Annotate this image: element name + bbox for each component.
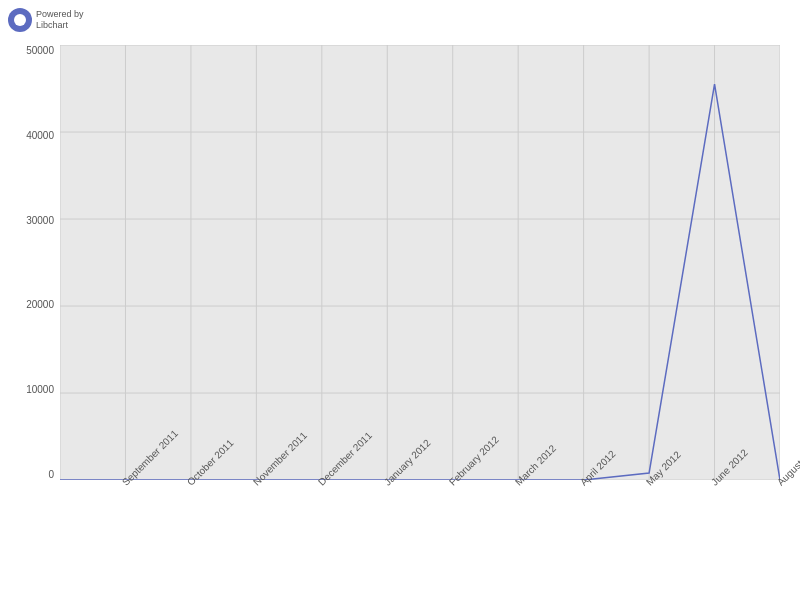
svg-rect-0 (60, 45, 780, 480)
chart-title (0, 0, 800, 16)
y-label: 50000 (26, 45, 54, 56)
powered-by-label: Powered byLibchart (8, 8, 84, 32)
y-label: 30000 (26, 215, 54, 226)
libchart-logo-icon (8, 8, 32, 32)
powered-by-text: Powered byLibchart (36, 9, 84, 31)
y-label: 40000 (26, 130, 54, 141)
chart-area (60, 45, 780, 480)
y-label: 20000 (26, 299, 54, 310)
y-axis-labels: 50000400003000020000100000 (0, 45, 60, 480)
x-axis-labels: September 2011October 2011November 2011D… (60, 480, 780, 590)
chart-svg (60, 45, 780, 480)
y-label: 10000 (26, 384, 54, 395)
y-label: 0 (48, 469, 54, 480)
chart-container: Powered byLibchart 500004000030000200001… (0, 0, 800, 600)
